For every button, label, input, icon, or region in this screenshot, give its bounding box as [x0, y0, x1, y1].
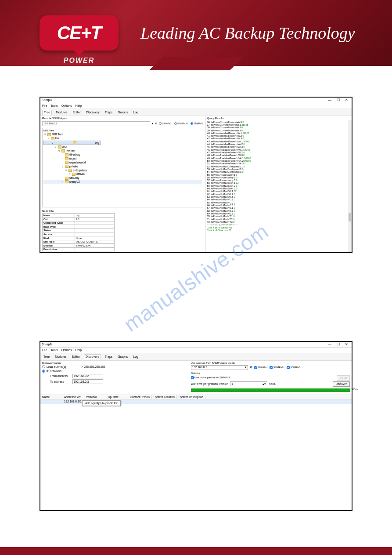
menu-help[interactable]: Help [76, 348, 82, 352]
dropdown-icon[interactable]: ▾ [152, 122, 153, 125]
tab-tree[interactable]: Tree [42, 110, 52, 115]
menu-tools[interactable]: Tools [50, 348, 58, 352]
window-title: SnmpB [42, 343, 52, 346]
folder-icon [58, 145, 61, 149]
page-footer [0, 547, 392, 555]
menu-options[interactable]: Options [61, 348, 72, 352]
maximize-icon[interactable]: ☐ [334, 98, 342, 102]
wait-input[interactable]: 1▴▾ [230, 381, 267, 386]
close-icon[interactable]: ✕ [343, 98, 350, 102]
proto-snmpv3[interactable]: SNMPv3 [191, 122, 203, 125]
col-header[interactable]: System Location [152, 395, 177, 399]
tab-editor[interactable]: Editor [72, 110, 82, 115]
minimize-icon[interactable]: — [326, 342, 334, 346]
info-value: 1.3 [75, 218, 114, 221]
col-header[interactable]: Protocol [84, 395, 106, 399]
close-icon[interactable]: ✕ [343, 342, 350, 346]
folder-icon [61, 149, 65, 152]
tab-graphs[interactable]: Graphs [116, 110, 129, 115]
from-label: From address [50, 374, 70, 378]
tab-modules[interactable]: Modules [54, 355, 68, 359]
check-snmpv3[interactable]: SNMPv3 [287, 366, 301, 369]
menu-help[interactable]: Help [76, 104, 82, 107]
info-key: Status: [43, 229, 75, 232]
tagline: Leading AC Backup Technology [140, 23, 355, 43]
tree-node-iso[interactable]: viso [43, 137, 202, 141]
col-header[interactable]: Contact Person [128, 395, 152, 399]
folder-icon [65, 180, 68, 183]
agent-input[interactable]: 192.168.0.2 [42, 121, 150, 126]
nodeinfo-label: Node Info [42, 209, 203, 213]
proto-snmpv2c[interactable]: SNMPv2c [174, 122, 188, 125]
query-total-2: Total # of Objects = 73 [207, 229, 350, 232]
ip-networks-radio[interactable] [42, 370, 45, 373]
tree-node-dod[interactable]: vdod [43, 145, 202, 149]
menu-file[interactable]: File [42, 104, 47, 107]
tab-editor[interactable]: Editor [71, 355, 81, 359]
tab-discovery[interactable]: Discovery [85, 110, 101, 115]
local-subnet-radio[interactable] [42, 365, 45, 368]
context-menu[interactable]: Add agent(s) to profile list [82, 400, 121, 406]
tree-label: MIB Tree [43, 129, 202, 132]
col-header[interactable]: Address/Port [62, 395, 84, 399]
info-value: SNMPv2-SMI [75, 244, 114, 248]
mib-tree-pane: MIB Tree vMIB Treevisovorgvdodvinternet … [42, 128, 203, 208]
folder-icon [65, 161, 68, 164]
tree-node-experimental[interactable]: experimental [43, 161, 202, 165]
tree-node-internet[interactable]: vinternet [43, 149, 202, 153]
col-header[interactable]: Up Time [106, 395, 128, 399]
check-snmpv1[interactable]: SNMPv1 [254, 366, 268, 369]
tabbar: TreeModulesEditorDiscoveryTrapsGraphsLog [40, 353, 352, 360]
minimize-icon[interactable]: — [326, 98, 334, 102]
info-value [75, 232, 114, 236]
window-controls: — ☐ ✕ [326, 342, 350, 347]
info-value [75, 247, 114, 251]
col-header[interactable]: System Description [177, 395, 205, 399]
tree-node-mgmt[interactable]: >mgmt [43, 157, 202, 161]
tree-node-mib tree[interactable]: vMIB Tree [43, 133, 202, 137]
scrollbar[interactable] [348, 120, 352, 252]
maximize-icon[interactable]: ☐ [334, 342, 342, 346]
probe-checkbox[interactable] [191, 376, 194, 379]
col-header[interactable]: Name [40, 395, 62, 399]
tab-traps[interactable]: Traps [104, 110, 114, 115]
tab-modules[interactable]: Modules [54, 110, 68, 115]
check-snmpv2c[interactable]: SNMPv2c [270, 366, 285, 369]
info-value [75, 229, 114, 232]
menu-tools[interactable]: Tools [50, 104, 58, 107]
menubar: FileToolsOptionsHelp [40, 103, 352, 109]
tree-node-cetmib[interactable]: >cetMIB [43, 172, 202, 176]
settings-icon[interactable]: ⚙ [155, 122, 157, 125]
menu-file[interactable]: File [42, 348, 47, 352]
tree-node-enterprises[interactable]: venterprises [43, 168, 202, 172]
wait-unit: secs. [269, 382, 276, 386]
tab-graphs[interactable]: Graphs [116, 355, 129, 359]
tabbar: TreeModulesEditorDiscoveryTrapsGraphsLog [40, 109, 352, 116]
tree-node-org[interactable]: vorg [43, 141, 101, 145]
tab-log[interactable]: Log [132, 355, 140, 359]
tree-node-directory[interactable]: directory [43, 153, 202, 157]
page-content: SnmpB — ☐ ✕ FileToolsOptionsHelp TreeMod… [0, 66, 392, 529]
proto-snmpv1[interactable]: SNMPv1 [159, 122, 172, 125]
abort-button[interactable]: Abort [337, 375, 350, 381]
tree-node-snmpv2[interactable]: >snmpV2 [43, 180, 202, 184]
settings-icon[interactable]: ⚙ [250, 366, 252, 369]
logo-subtext: POWER [64, 57, 94, 65]
info-key: SMI Type: [43, 240, 75, 244]
to-label: To address [50, 380, 70, 384]
tab-traps[interactable]: Traps [104, 355, 114, 359]
tab-log[interactable]: Log [132, 110, 140, 115]
tree-node-security[interactable]: security [43, 176, 202, 180]
local-suffix: -> 255.255.255.255 [80, 365, 105, 369]
menu-options[interactable]: Options [61, 104, 72, 107]
profile-select[interactable]: 192.168.0.2▾ [191, 365, 248, 370]
discover-button[interactable]: Discover [333, 381, 350, 387]
discovery-table: NameAddress/PortProtocolUp TimeContact P… [40, 395, 352, 510]
to-input[interactable]: 192.168.0.3 [72, 379, 103, 384]
tab-discovery[interactable]: Discovery [84, 354, 101, 359]
folder-icon [68, 169, 72, 172]
profile-label: Use settings from SNMP Agent profile [191, 362, 350, 365]
tree-node-private[interactable]: vprivate [43, 164, 202, 168]
from-input[interactable]: 192.168.0.2 [72, 374, 103, 379]
tab-tree[interactable]: Tree [42, 355, 51, 359]
